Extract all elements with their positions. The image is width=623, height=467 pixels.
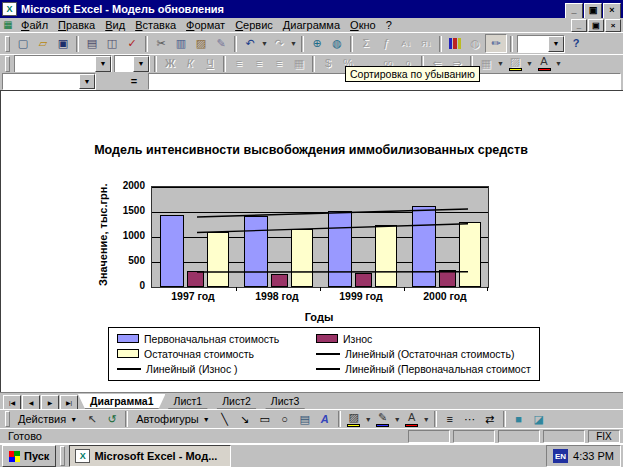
redo-dropdown-icon[interactable]: ▼ <box>289 35 298 52</box>
dash-style-button[interactable]: ⋯ <box>460 411 480 428</box>
text-box-button[interactable]: ▤ <box>295 411 315 428</box>
restore-button[interactable]: ▣ <box>584 3 602 19</box>
toolbar-handle[interactable] <box>5 56 10 72</box>
align-center-button[interactable]: ≡ <box>249 55 269 72</box>
trendline[interactable] <box>197 224 468 233</box>
web-toolbar-button[interactable]: ◍ <box>327 35 347 52</box>
workbook-icon[interactable]: ▦ <box>2 20 14 31</box>
legend-item[interactable]: Линейный (Первоначальная стоимость ) <box>316 364 531 375</box>
merge-center-button[interactable]: ▦ <box>289 55 309 72</box>
autosum-button[interactable]: Σ <box>356 35 376 52</box>
zoom-combo-dropdown-icon[interactable]: ▼ <box>548 36 564 52</box>
menu-Формат[interactable]: Формат <box>181 19 230 31</box>
menu-Окно[interactable]: Окно <box>345 19 381 31</box>
insert-hyperlink-button[interactable]: ⊕ <box>307 35 327 52</box>
tab-nav-prev-button[interactable]: ◀ <box>22 395 40 410</box>
sort-descending-button[interactable]: Я↓ <box>416 35 436 52</box>
draw-menu-button[interactable]: Действия▼ <box>13 411 82 428</box>
help-button[interactable]: ? <box>566 35 586 52</box>
open-button[interactable]: ▱ <box>33 35 53 52</box>
menu-Файл[interactable]: Файл <box>16 19 53 31</box>
currency-style-button[interactable]: $ <box>318 55 338 72</box>
line-color-dropdown-icon[interactable]: ▼ <box>393 411 402 428</box>
y-axis-title[interactable]: Значение, тыс.грн. <box>97 186 111 286</box>
menu-Вставка[interactable]: Вставка <box>130 19 181 31</box>
print-preview-button[interactable]: ◫ <box>102 35 122 52</box>
save-button[interactable]: ▣ <box>53 35 73 52</box>
cut-button[interactable]: ✂ <box>151 35 171 52</box>
trendline[interactable] <box>197 209 468 217</box>
align-right-button[interactable]: ≡ <box>269 55 289 72</box>
name-box[interactable]: ▼ <box>2 73 96 90</box>
sheet-tab-Лист3[interactable]: Лист3 <box>259 394 312 409</box>
taskbar-clock[interactable]: 4:33 PM <box>573 450 614 462</box>
menu-Сервис[interactable]: Сервис <box>230 19 278 31</box>
draw-oval-button[interactable]: ○ <box>275 411 295 428</box>
paste-function-button[interactable]: ƒ <box>376 35 396 52</box>
fill-color-button[interactable]: ▨ <box>505 55 525 72</box>
legend-item[interactable]: Износ <box>316 333 531 344</box>
undo-dropdown-icon[interactable]: ▼ <box>260 35 269 52</box>
sort-ascending-button[interactable]: А↓ <box>396 35 416 52</box>
menu-?[interactable]: ? <box>381 19 397 31</box>
legend-item[interactable]: Линейный (Остаточная стоимость) <box>316 348 531 359</box>
paste-button[interactable]: ▨ <box>191 35 211 52</box>
arrow-style-button[interactable]: ⇄ <box>480 411 500 428</box>
autoshapes-menu-button[interactable]: Автофигуры▼ <box>131 411 215 428</box>
menu-Правка[interactable]: Правка <box>53 19 100 31</box>
sheet-tab-Лист1[interactable]: Лист1 <box>161 394 214 409</box>
tab-nav-last-button[interactable]: ▶| <box>60 395 78 410</box>
start-button[interactable]: Пуск <box>2 445 56 467</box>
underline-button[interactable]: Ч <box>200 55 220 72</box>
minimize-button[interactable]: _ <box>565 3 583 19</box>
draw-font-color-dropdown-icon[interactable]: ▼ <box>422 411 431 428</box>
font-combo-dropdown-icon[interactable]: ▼ <box>95 56 111 72</box>
book-restore-button[interactable]: ▣ <box>588 19 604 32</box>
fill-color-button[interactable]: ▨ <box>344 411 364 428</box>
excel-app-icon[interactable]: X <box>2 2 17 16</box>
italic-button[interactable]: К <box>180 55 200 72</box>
menu-Вид[interactable]: Вид <box>100 19 130 31</box>
copy-button[interactable]: ▥ <box>171 35 191 52</box>
chart-sheet[interactable]: Модель интенсивности высвобождения иммоб… <box>0 90 623 392</box>
font-combo[interactable]: ▼ <box>14 55 112 73</box>
legend-item[interactable]: Остаточная стоимость <box>117 348 316 359</box>
select-objects-button[interactable]: ↖ <box>82 411 102 428</box>
chart-wizard-button[interactable] <box>445 35 465 52</box>
excel-task-button[interactable]: X Microsoft Excel - Мод... <box>69 445 231 467</box>
align-left-button[interactable]: ≡ <box>229 55 249 72</box>
toolbar-handle[interactable] <box>5 36 10 52</box>
print-button[interactable]: ▤ <box>82 35 102 52</box>
draw-line-button[interactable]: ╲ <box>215 411 235 428</box>
borders-dropdown-icon[interactable]: ▼ <box>496 55 505 72</box>
fill-color-dropdown-icon[interactable]: ▼ <box>525 55 534 72</box>
sheet-tab-Лист2[interactable]: Лист2 <box>210 394 263 409</box>
chart-legend[interactable]: Первоначальная стоимостьИзносОстаточная … <box>108 327 540 381</box>
spelling-button[interactable]: ✓ <box>122 35 142 52</box>
zoom-combo[interactable]: ▼ <box>517 35 565 53</box>
menu-Диаграмма[interactable]: Диаграмма <box>278 19 345 31</box>
sheet-tab-Диаграмма1[interactable]: Диаграмма1 <box>78 394 165 409</box>
draw-arrow-button[interactable]: ↘ <box>235 411 255 428</box>
plot-area[interactable] <box>151 186 489 288</box>
chart-title[interactable]: Модель интенсивности высвобождения иммоб… <box>41 143 581 157</box>
shadow-button[interactable]: ■ <box>509 411 529 428</box>
font-color-dropdown-icon[interactable]: ▼ <box>554 55 563 72</box>
draw-rectangle-button[interactable]: ▭ <box>255 411 275 428</box>
tab-nav-first-button[interactable]: |◀ <box>3 395 21 410</box>
format-painter-button[interactable]: ✎ <box>211 35 231 52</box>
free-rotate-button[interactable]: ↺ <box>102 411 122 428</box>
line-style-button[interactable]: ≡ <box>440 411 460 428</box>
book-minimize-button[interactable]: _ <box>571 19 587 32</box>
new-button[interactable]: ▢ <box>13 35 33 52</box>
drawing-button[interactable]: ✏ <box>485 34 507 53</box>
wordart-button[interactable]: A <box>315 411 335 428</box>
equals-button[interactable]: = <box>126 74 142 88</box>
x-axis-title[interactable]: Годы <box>151 311 487 323</box>
redo-button[interactable]: ↷ <box>269 35 289 52</box>
threed-button[interactable]: ◪ <box>529 411 549 428</box>
tab-nav-next-button[interactable]: ▶ <box>41 395 59 410</box>
toolbar-handle[interactable] <box>5 411 10 427</box>
close-button[interactable]: × <box>603 3 621 19</box>
book-close-button[interactable]: × <box>605 19 621 32</box>
